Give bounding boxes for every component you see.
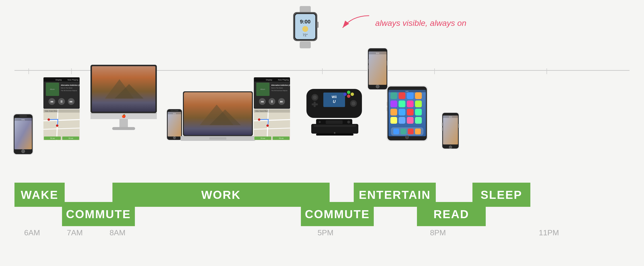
sleep-label: SLEEP bbox=[481, 188, 522, 201]
svg-rect-132 bbox=[367, 65, 368, 69]
ipad-read: 9:41 bbox=[386, 85, 428, 143]
svg-rect-167 bbox=[443, 116, 458, 144]
svg-rect-110 bbox=[314, 102, 316, 107]
svg-point-40 bbox=[56, 124, 58, 127]
svg-rect-13 bbox=[14, 118, 32, 149]
time-5pm: 5PM bbox=[318, 228, 334, 237]
watch-annotation: always visible, always on bbox=[338, 13, 466, 33]
svg-rect-145 bbox=[415, 101, 422, 107]
svg-point-6 bbox=[302, 26, 308, 32]
wake-bar: WAKE bbox=[14, 183, 65, 207]
svg-rect-146 bbox=[390, 109, 397, 116]
svg-text:Carry to Street: Carry to Street bbox=[170, 110, 178, 111]
svg-rect-159 bbox=[408, 129, 414, 134]
svg-rect-72 bbox=[210, 137, 226, 140]
svg-point-63 bbox=[173, 136, 176, 139]
svg-text:Wii: Wii bbox=[332, 95, 337, 99]
svg-rect-160 bbox=[415, 129, 421, 134]
svg-rect-163 bbox=[386, 107, 388, 111]
svg-rect-71 bbox=[180, 136, 255, 137]
tick-7am bbox=[71, 68, 72, 74]
svg-point-161 bbox=[405, 136, 409, 139]
time-11pm: 11PM bbox=[539, 228, 559, 237]
svg-point-114 bbox=[347, 91, 350, 94]
appletv bbox=[311, 123, 358, 137]
svg-text:9:00: 9:00 bbox=[300, 19, 310, 25]
svg-rect-162 bbox=[386, 102, 388, 106]
time-7am: 7AM bbox=[67, 228, 83, 237]
svg-text:9:41: 9:41 bbox=[406, 91, 408, 92]
svg-text:The All-American Rejects: The All-American Rejects bbox=[61, 90, 77, 91]
svg-rect-122 bbox=[314, 125, 356, 127]
svg-text:Kids In The Street: Kids In The Street bbox=[271, 87, 283, 89]
svg-point-113 bbox=[343, 93, 347, 96]
svg-point-106 bbox=[313, 95, 317, 99]
svg-text:🍎: 🍎 bbox=[122, 114, 126, 118]
annotation-text: always visible, always on bbox=[375, 18, 466, 28]
svg-rect-142 bbox=[390, 101, 397, 107]
svg-rect-127 bbox=[369, 52, 386, 85]
svg-point-111 bbox=[347, 95, 350, 98]
svg-rect-147 bbox=[398, 109, 405, 116]
svg-rect-140 bbox=[407, 92, 414, 99]
time-8pm: 8PM bbox=[430, 228, 446, 237]
svg-text:9:41: 9:41 bbox=[173, 113, 176, 114]
svg-text:Alternative Addiction (28): Alternative Addiction (28) bbox=[271, 84, 290, 86]
svg-point-130 bbox=[376, 85, 379, 88]
svg-text:Album: Album bbox=[50, 88, 55, 90]
iphone-wake: 9:41 bbox=[12, 113, 34, 156]
svg-rect-17 bbox=[19, 115, 27, 117]
svg-rect-53 bbox=[90, 113, 157, 114]
svg-text:Kids In The Street: Kids In The Street bbox=[61, 87, 72, 89]
svg-rect-143 bbox=[398, 101, 405, 107]
iphone-read-large: 9:41 bbox=[367, 47, 388, 92]
svg-text:The All-American Rejects: The All-American Rejects bbox=[271, 90, 288, 91]
svg-rect-1 bbox=[300, 6, 311, 13]
imac-work: 🍎 bbox=[90, 65, 157, 133]
annotation-arrow bbox=[338, 13, 372, 33]
svg-rect-158 bbox=[400, 129, 406, 134]
svg-point-121 bbox=[334, 132, 336, 134]
svg-rect-150 bbox=[390, 117, 397, 124]
svg-rect-56 bbox=[112, 127, 135, 130]
svg-text:Display: Display bbox=[266, 79, 272, 81]
svg-text:U: U bbox=[333, 100, 336, 104]
entertain-label: ENTERTAIN bbox=[359, 188, 431, 201]
svg-text:9:41: 9:41 bbox=[449, 116, 452, 118]
svg-point-108 bbox=[352, 102, 356, 105]
svg-point-170 bbox=[449, 146, 452, 149]
svg-text:Vista Grand Blvd: Vista Grand Blvd bbox=[45, 110, 58, 112]
svg-rect-60 bbox=[168, 112, 181, 136]
svg-text:72°: 72° bbox=[302, 33, 308, 37]
tick-5pm bbox=[322, 68, 322, 74]
work-label: WORK bbox=[201, 188, 241, 201]
svg-text:Now Playing: Now Playing bbox=[68, 79, 78, 81]
svg-point-94 bbox=[266, 124, 269, 127]
watch-svg: 9:00 72° bbox=[288, 6, 322, 48]
svg-text:70 mi: 70 mi bbox=[260, 137, 265, 139]
svg-text:Display: Display bbox=[56, 79, 62, 81]
svg-rect-144 bbox=[407, 101, 414, 107]
tick-6am bbox=[28, 68, 29, 74]
macbook-work bbox=[180, 91, 255, 143]
svg-rect-141 bbox=[415, 92, 422, 99]
svg-rect-152 bbox=[407, 117, 414, 124]
svg-rect-157 bbox=[393, 129, 399, 134]
svg-rect-139 bbox=[398, 92, 405, 99]
svg-text:70 mi: 70 mi bbox=[50, 137, 55, 139]
svg-text:70 mi: 70 mi bbox=[279, 137, 284, 139]
svg-text:⏸: ⏸ bbox=[270, 100, 274, 103]
svg-point-93 bbox=[258, 118, 260, 121]
android-commute1: Display Now Playing Album Alternative Ad… bbox=[44, 77, 80, 141]
sleep-bar: SLEEP bbox=[472, 183, 530, 207]
svg-rect-171 bbox=[442, 123, 442, 126]
wiiu-console: Wii U bbox=[306, 82, 362, 127]
read-label: READ bbox=[433, 207, 469, 221]
time-6am: 6AM bbox=[24, 228, 40, 237]
svg-rect-123 bbox=[316, 134, 354, 136]
svg-text:Album: Album bbox=[260, 88, 265, 90]
svg-text:⏭: ⏭ bbox=[280, 100, 283, 103]
svg-rect-55 bbox=[120, 119, 128, 128]
tick-8pm bbox=[434, 68, 435, 74]
svg-rect-131 bbox=[367, 59, 368, 64]
